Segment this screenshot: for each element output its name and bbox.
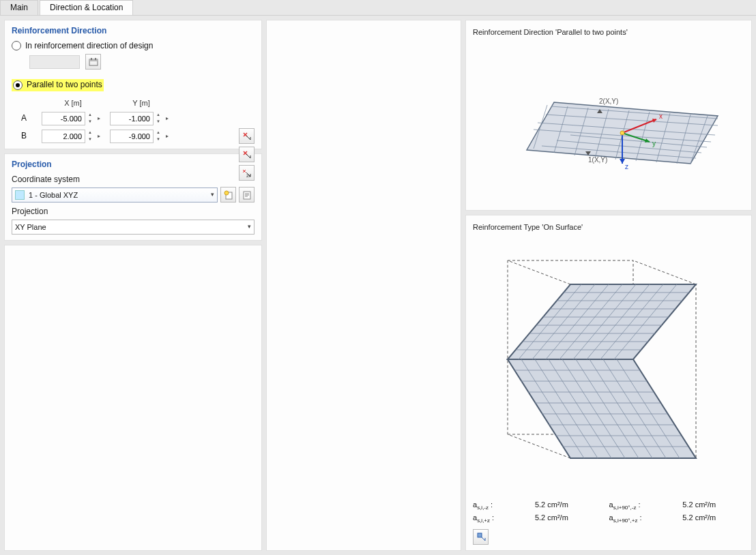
svg-text:2(X,Y): 2(X,Y) — [599, 97, 618, 105]
ay-down[interactable]: ▼ — [154, 119, 162, 125]
section-title-projection: Projection — [12, 160, 255, 170]
row-label-b: B — [21, 131, 36, 142]
svg-rect-3 — [95, 58, 96, 60]
tab-direction-location[interactable]: Direction & Location — [40, 0, 133, 15]
input-bx[interactable] — [42, 130, 85, 143]
ax-menu[interactable]: ▸ — [96, 115, 102, 122]
pick-two-points-button[interactable]: 2x — [239, 165, 255, 181]
configure-icon — [476, 532, 486, 541]
reinforcement-values: as,i,-z : 5.2 cm²/m as,i+90°,-z : 5.2 cm… — [473, 500, 744, 525]
spinner-bx: ▲▼▸ — [42, 130, 104, 143]
panel-blank — [4, 245, 262, 551]
ay-up[interactable]: ▲ — [154, 112, 162, 119]
bx-menu[interactable]: ▸ — [96, 133, 102, 140]
svg-text:1(X,Y): 1(X,Y) — [588, 156, 607, 164]
chevron-down-icon: ▾ — [211, 191, 214, 199]
ax-down[interactable]: ▼ — [86, 119, 94, 125]
svg-rect-73 — [478, 533, 482, 537]
pick-two-points-icon: 2x — [242, 168, 252, 178]
header-y: Y [m] — [110, 98, 173, 108]
pick-point-icon — [242, 150, 252, 160]
projection-value: XY Plane — [15, 222, 46, 232]
new-icon — [224, 190, 233, 200]
svg-text:2x: 2x — [246, 174, 250, 178]
input-ax[interactable] — [42, 112, 85, 125]
ax-up[interactable]: ▲ — [86, 112, 94, 119]
calendar-icon — [89, 58, 98, 66]
panel-preview-direction: Reinforcement Direction 'Parallel to two… — [465, 20, 752, 211]
label-projection: Projection — [12, 207, 255, 217]
svg-text:z: z — [625, 163, 628, 170]
design-lookup-button[interactable] — [85, 54, 101, 70]
header-x: X [m] — [42, 98, 104, 108]
input-ay[interactable] — [110, 112, 154, 125]
row-label-a: A — [21, 113, 36, 124]
svg-rect-1 — [89, 59, 98, 61]
svg-point-34 — [620, 131, 624, 135]
by-menu[interactable]: ▸ — [164, 133, 171, 140]
preview-direction-title: Reinforcement Direction 'Parallel to two… — [473, 27, 744, 37]
radio-row-parallel[interactable]: Parallel to two points — [12, 79, 104, 91]
radio-parallel[interactable] — [13, 80, 23, 90]
preview-settings-button[interactable] — [473, 529, 489, 545]
radio-design[interactable] — [12, 41, 21, 50]
column-middle — [266, 20, 461, 551]
combo-coordinate-system[interactable]: 1 - Global XYZ ▾ — [12, 188, 218, 202]
panel-reinforcement-direction: Reinforcement Direction In reinforcement… — [4, 20, 262, 149]
bx-up[interactable]: ▲ — [86, 130, 94, 136]
chevron-down-icon: ▾ — [248, 223, 251, 231]
pick-point-b-button[interactable] — [239, 147, 255, 162]
input-by[interactable] — [110, 130, 154, 143]
cs-color-swatch — [15, 190, 25, 200]
label-coordinate-system: Coordinate system — [12, 175, 255, 185]
svg-point-6 — [224, 191, 229, 195]
tab-main[interactable]: Main — [0, 0, 38, 15]
by-up[interactable]: ▲ — [154, 130, 162, 136]
radio-row-design: In reinforcement direction of design — [12, 41, 255, 52]
preview-direction-diagram: x y z 1(X,Y) 2(X,Y) — [486, 61, 731, 184]
bx-down[interactable]: ▼ — [86, 136, 94, 143]
design-disabled-field — [29, 55, 80, 69]
panel-projection: Projection Coordinate system 1 - Global … — [4, 153, 262, 241]
ay-menu[interactable]: ▸ — [164, 115, 171, 122]
combo-projection[interactable]: XY Plane ▾ — [12, 220, 255, 235]
spinner-by: ▲▼▸ — [110, 130, 173, 143]
svg-text:y: y — [652, 140, 656, 147]
radio-design-label: In reinforcement direction of design — [25, 41, 153, 52]
radio-parallel-label: Parallel to two points — [27, 80, 102, 91]
preview-type-title: Reinforcement Type 'On Surface' — [473, 222, 744, 232]
section-title-direction: Reinforcement Direction — [12, 26, 255, 37]
by-down[interactable]: ▼ — [154, 136, 162, 143]
spinner-ay: ▲▼▸ — [110, 112, 173, 125]
pick-point-a-button[interactable] — [239, 128, 255, 144]
svg-marker-32 — [620, 159, 625, 164]
pick-point-icon — [242, 132, 252, 141]
svg-text:x: x — [659, 112, 663, 120]
app-root: Main Direction & Location Reinforcement … — [0, 0, 756, 555]
preview-type-diagram — [499, 237, 718, 496]
cs-edit-button[interactable] — [239, 187, 255, 202]
svg-rect-2 — [91, 58, 92, 60]
panel-preview-type: Reinforcement Type 'On Surface' — [465, 215, 752, 551]
cs-value: 1 - Global XYZ — [29, 190, 78, 200]
edit-icon — [242, 190, 252, 200]
tab-strip: Main Direction & Location — [0, 0, 756, 16]
cs-new-button[interactable] — [220, 187, 236, 202]
spinner-ax: ▲▼▸ — [42, 112, 104, 125]
